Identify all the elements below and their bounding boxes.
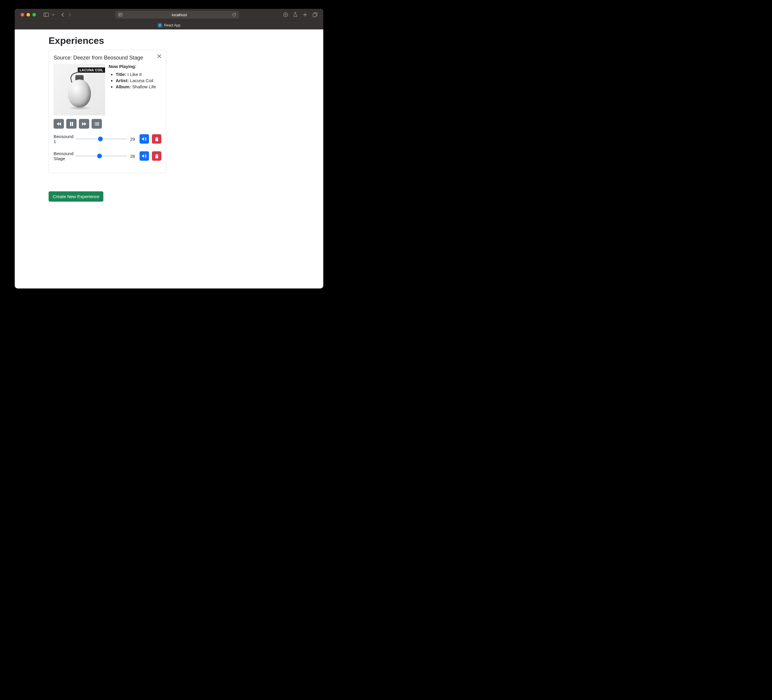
track-title: I Like It xyxy=(128,72,142,77)
pause-button[interactable] xyxy=(66,119,77,129)
volume-delete-button[interactable] xyxy=(152,151,161,161)
volume-mute-button[interactable] xyxy=(139,134,149,144)
album-label: Album: xyxy=(116,84,131,89)
svg-point-16 xyxy=(95,123,95,124)
previous-track-button[interactable] xyxy=(54,119,64,129)
titlebar: localhost xyxy=(15,9,323,21)
volume-delete-button[interactable] xyxy=(152,134,161,144)
create-experience-button[interactable]: Create New Experience xyxy=(49,191,103,202)
experience-card: Source: Deezer from Beosound Stage LACUN… xyxy=(49,50,166,173)
browser-window: localhost React App xyxy=(15,9,323,288)
svg-point-14 xyxy=(95,122,95,123)
window-maximize-button[interactable] xyxy=(33,13,36,16)
svg-rect-12 xyxy=(70,122,71,126)
artist-label: Artist: xyxy=(116,78,129,83)
page-content: Experiences Source: Deezer from Beosound… xyxy=(15,29,323,208)
volume-slider[interactable] xyxy=(75,138,127,140)
next-track-button[interactable] xyxy=(79,119,89,129)
volume-device-name: Beosound 1 xyxy=(54,134,72,144)
tab-bar: React App xyxy=(15,21,323,29)
address-text: localhost xyxy=(172,13,186,17)
chevron-down-icon[interactable] xyxy=(52,14,55,16)
window-minimize-button[interactable] xyxy=(26,13,30,16)
svg-rect-19 xyxy=(96,125,99,125)
svg-rect-13 xyxy=(72,122,73,126)
volume-row: Beosound Stage 28 xyxy=(54,151,161,161)
svg-rect-2 xyxy=(119,13,122,16)
card-source-label: Source: Deezer from Beosound Stage xyxy=(54,55,161,61)
back-button[interactable] xyxy=(61,12,64,17)
volume-device-name: Beosound Stage xyxy=(54,151,72,161)
track-artist: Lacuna Coil xyxy=(130,78,153,83)
volume-value: 28 xyxy=(130,154,137,159)
reload-icon[interactable] xyxy=(232,13,236,17)
address-bar[interactable]: localhost xyxy=(115,11,239,18)
album-art: LACUNA COIL xyxy=(54,64,105,115)
track-album-row: Album: Shallow Life xyxy=(116,84,161,89)
page-heading: Experiences xyxy=(49,35,290,46)
volume-mute-button[interactable] xyxy=(139,151,149,161)
svg-rect-15 xyxy=(96,123,99,123)
svg-point-18 xyxy=(95,124,95,125)
window-close-button[interactable] xyxy=(21,13,24,16)
svg-point-8 xyxy=(160,25,160,26)
downloads-icon[interactable] xyxy=(283,12,288,17)
share-icon[interactable] xyxy=(293,12,298,17)
svg-rect-0 xyxy=(44,13,49,16)
tab-title[interactable]: React App xyxy=(164,23,180,27)
volume-row: Beosound 1 29 xyxy=(54,134,161,144)
track-artist-row: Artist: Lacuna Coil xyxy=(116,78,161,83)
track-title-row: Title: I Like It xyxy=(116,72,161,77)
queue-list-button[interactable] xyxy=(92,119,102,129)
svg-rect-17 xyxy=(96,124,99,124)
site-settings-icon[interactable] xyxy=(118,13,123,16)
title-label: Title: xyxy=(116,72,126,77)
close-card-button[interactable] xyxy=(157,54,162,61)
traffic-lights xyxy=(21,13,36,16)
volume-slider[interactable] xyxy=(75,155,127,157)
now-playing-label: Now Playing: xyxy=(109,64,161,69)
forward-button[interactable] xyxy=(68,12,71,17)
sidebar-toggle-icon[interactable] xyxy=(44,13,49,17)
new-tab-icon[interactable] xyxy=(303,12,307,17)
volume-value: 29 xyxy=(130,137,137,142)
react-favicon xyxy=(157,23,162,28)
tabs-overview-icon[interactable] xyxy=(313,12,317,17)
track-album: Shallow Life xyxy=(132,84,156,89)
svg-rect-7 xyxy=(313,13,316,17)
